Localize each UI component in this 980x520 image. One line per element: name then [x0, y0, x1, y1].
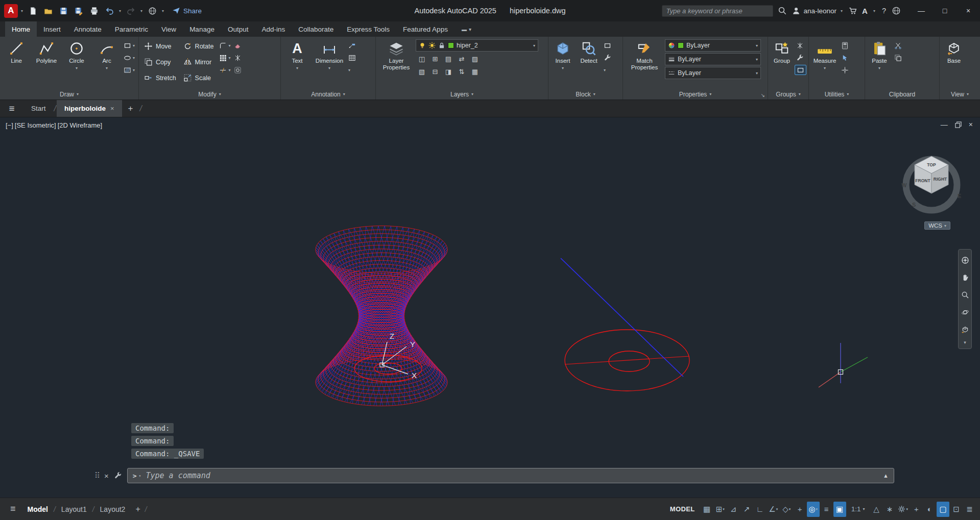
signin-user-button[interactable]: ana-leonor ▾ [792, 6, 844, 15]
paste-button[interactable]: Paste▾ [867, 38, 892, 70]
visual-style-control[interactable]: [2D Wireframe] [57, 121, 103, 129]
tab-featured-apps[interactable]: Featured Apps [396, 21, 455, 37]
clean-screen-icon[interactable]: ⊡ [950, 502, 963, 517]
new-drawing-button[interactable]: + [122, 100, 139, 117]
layer-properties-button[interactable]: Layer Properties [377, 38, 415, 71]
grid-display-icon[interactable]: ▦ [701, 502, 713, 517]
save-button[interactable] [57, 4, 70, 17]
rectangle-button[interactable]: ▾ [122, 40, 136, 51]
tab-output[interactable]: Output [221, 21, 255, 37]
full-navigation-wheel-icon[interactable] [958, 252, 972, 269]
annotation-scale-button[interactable]: 1:1▾ [847, 505, 870, 513]
application-menu-button[interactable]: A [4, 4, 18, 18]
tab-addins[interactable]: Add-ins [255, 21, 292, 37]
clipboard-panel-label[interactable]: Clipboard [865, 89, 939, 100]
undo-caret-icon[interactable]: ▾ [118, 9, 122, 13]
close-command-palette-icon[interactable]: × [104, 472, 109, 480]
open-file-button[interactable] [41, 4, 55, 17]
layer-isolate-icon[interactable]: ⊞ [429, 53, 441, 64]
table-button[interactable] [347, 53, 357, 63]
mirror-button[interactable]: Mirror [180, 54, 218, 70]
compass-east-label[interactable]: E [958, 193, 961, 199]
selection-cycling-icon[interactable]: ▣ [833, 502, 846, 517]
quick-access-customize-caret-icon[interactable]: ▾ [161, 9, 165, 13]
tab-parametric[interactable]: Parametric [108, 21, 155, 37]
redo-button[interactable] [124, 4, 137, 17]
hatch-button[interactable]: ▾ [122, 65, 136, 75]
open-from-web-button[interactable] [146, 4, 159, 17]
viewport-menu-control[interactable]: [−] [5, 121, 14, 129]
compass-west-label[interactable]: W [901, 182, 907, 188]
annotation-visibility-icon[interactable]: △ [870, 502, 882, 517]
snap-mode-icon[interactable]: ⊞▾ [714, 502, 727, 517]
model-space-toggle[interactable]: MODEL [665, 505, 700, 513]
object-color-dropdown[interactable]: ByLayer ▾ [665, 39, 761, 52]
command-palette-grip[interactable]: ⠿ [94, 471, 99, 480]
layer-on-icon[interactable]: ▧ [416, 66, 428, 77]
text-button[interactable]: AText▾ [282, 38, 312, 70]
annotation-panel-label[interactable]: Annotation▾ [281, 89, 375, 100]
isolate-objects-icon[interactable]: ◐ [923, 502, 936, 517]
view-control[interactable]: [SE Isometric] [14, 121, 57, 129]
group-selection-toggle[interactable] [795, 65, 806, 75]
properties-panel-label[interactable]: Properties▾ [623, 89, 768, 100]
tab-hiperboloide[interactable]: hiperboloide × [57, 100, 122, 117]
annotation-monitor-icon[interactable]: + [910, 502, 923, 517]
lineweight-display-icon[interactable]: ≡ [820, 502, 833, 517]
move-button[interactable]: Move [140, 38, 180, 54]
customize-command-icon[interactable] [114, 472, 122, 480]
drawing-area[interactable]: ZYX [−] [SE Isometric] [2D Wireframe] — … [0, 117, 980, 498]
view-panel-label[interactable]: View▾ [940, 89, 980, 100]
quick-calculator-button[interactable] [840, 40, 850, 51]
layer-dropdown[interactable]: hiper_2 ▾ [416, 39, 538, 52]
search-icon[interactable] [778, 6, 787, 15]
command-history-expand-icon[interactable]: ▲ [883, 473, 889, 479]
annotation-autoscale-icon[interactable]: ∗ [883, 502, 896, 517]
customization-icon[interactable]: ≣ [963, 502, 976, 517]
close-button[interactable]: × [957, 0, 980, 21]
new-layout-button[interactable]: + [131, 505, 145, 514]
fillet-button[interactable]: ▾ [218, 40, 232, 51]
undo-button[interactable] [103, 4, 116, 17]
polyline-button[interactable]: Polyline [32, 38, 61, 64]
layout1-tab[interactable]: Layout1 [56, 498, 92, 520]
object-snap-tracking-icon[interactable]: + [794, 502, 806, 517]
plot-button[interactable] [87, 4, 101, 17]
tab-express-tools[interactable]: Express Tools [340, 21, 396, 37]
layers-panel-label[interactable]: Layers▾ [376, 89, 548, 100]
measure-button[interactable]: Measure▾ [810, 38, 839, 70]
wcs-dropdown[interactable]: WCS ▾ [924, 221, 950, 230]
ribbon-display-toggle[interactable]: ▬▾ [462, 21, 471, 37]
viewport-restore-icon[interactable] [955, 121, 962, 128]
showmotion-icon[interactable] [958, 321, 972, 338]
help-button[interactable]: ? [881, 7, 887, 15]
groups-panel-label[interactable]: Groups▾ [768, 89, 808, 100]
tab-annotate[interactable]: Annotate [67, 21, 108, 37]
navigation-bar[interactable]: ▾ [958, 249, 972, 349]
insert-block-button[interactable]: Insert▾ [550, 38, 576, 70]
layer-freeze-icon[interactable]: ▤ [442, 53, 455, 64]
recent-commands-button[interactable]: >▾ [133, 472, 141, 480]
autodesk-account-button[interactable]: A [862, 7, 868, 15]
stretch-button[interactable]: Stretch [140, 70, 180, 86]
layer-unisolate-icon[interactable]: ⊟ [429, 66, 441, 77]
model-tab[interactable]: Model [22, 498, 54, 520]
scale-button[interactable]: Scale [180, 70, 218, 86]
properties-dialog-launcher-icon[interactable]: ↘ [761, 92, 765, 98]
annotation-more-button[interactable]: ▾ [347, 65, 357, 75]
polar-tracking-icon[interactable]: ∠▾ [767, 502, 780, 517]
copy-clip-button[interactable] [893, 53, 903, 63]
modify-panel-label[interactable]: Modify▾ [139, 89, 280, 100]
command-input[interactable] [146, 471, 878, 480]
workspace-switching-icon[interactable]: ▾ [896, 502, 910, 517]
match-properties-button[interactable]: Match Properties [625, 38, 664, 71]
viewport-minimize-icon[interactable]: — [941, 120, 948, 129]
erase-button[interactable] [232, 40, 243, 51]
share-button[interactable]: Share [172, 7, 202, 15]
maximize-button[interactable]: □ [933, 0, 957, 21]
tab-manage[interactable]: Manage [183, 21, 221, 37]
isometric-drafting-icon[interactable]: ◇▾ [780, 502, 793, 517]
new-file-button[interactable] [26, 4, 39, 17]
application-menu-caret-icon[interactable]: ▾ [20, 9, 24, 13]
ungroup-button[interactable] [795, 40, 806, 51]
